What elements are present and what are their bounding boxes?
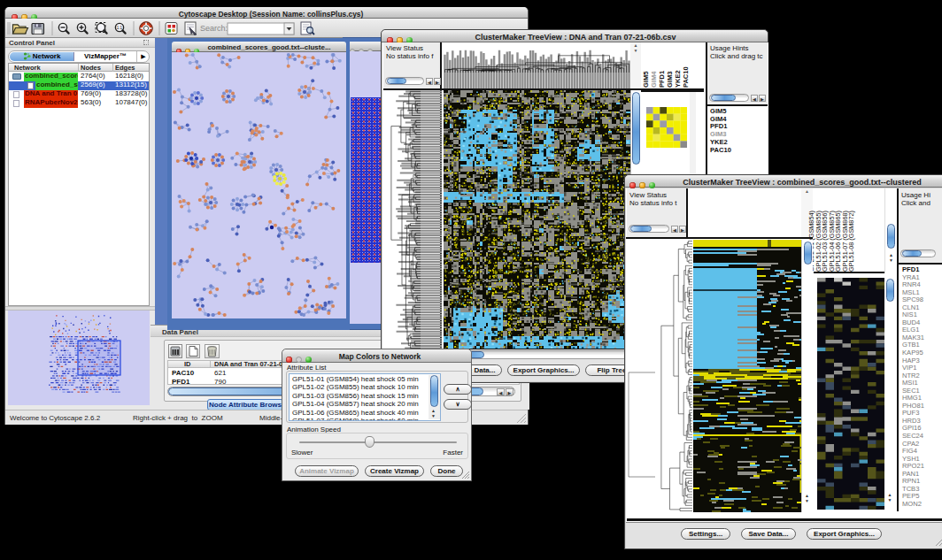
svg-text:Search:: Search: [200,24,228,33]
svg-text:1:1: 1:1 [117,26,123,30]
